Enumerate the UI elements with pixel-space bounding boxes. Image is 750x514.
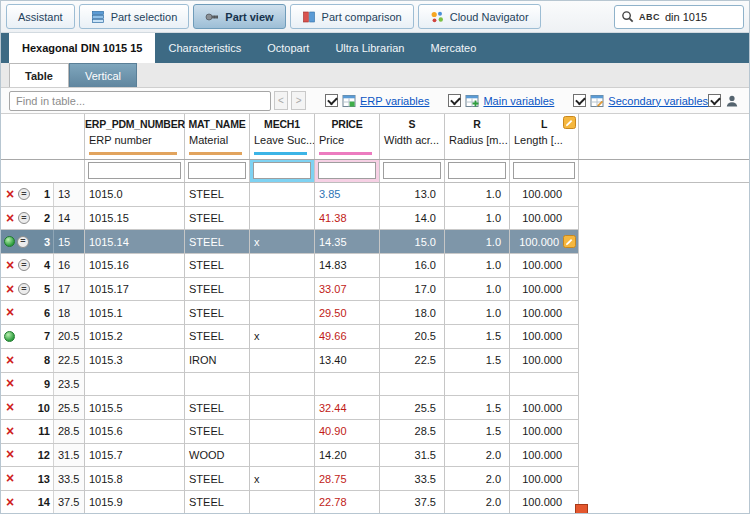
cell-mech1[interactable]: x (250, 467, 315, 491)
cell-s[interactable]: 20.5 (380, 325, 445, 349)
cell-mat[interactable]: STEEL (185, 254, 250, 278)
toggle-erp-variables[interactable]: ERP variables (325, 94, 430, 108)
cell-price[interactable]: 14.35 (315, 230, 380, 254)
search-box[interactable]: ABC din 1015 (614, 5, 744, 29)
cell-s[interactable]: 18.0 (380, 301, 445, 325)
cell-erp[interactable]: 1015.14 (85, 230, 185, 254)
cell-price[interactable]: 13.40 (315, 349, 380, 373)
cell-erp[interactable]: 1015.3 (85, 349, 185, 373)
row-header[interactable]: ×618 (1, 301, 85, 325)
cell-mat[interactable]: STEEL (185, 491, 250, 514)
column-header-mech1[interactable]: MECH1 Leave Suc... (250, 114, 315, 159)
cell-price[interactable]: 3.85 (315, 183, 380, 207)
secondary-variables-checkbox[interactable] (573, 94, 586, 107)
cell-s[interactable]: 33.5 (380, 467, 445, 491)
cell-mech1[interactable] (250, 301, 315, 325)
cell-l[interactable]: 100.000 (510, 396, 579, 420)
row-header[interactable]: ×=416 (1, 254, 85, 278)
table-row[interactable]: ×6181015.1STEEL29.5018.01.0100.000 (1, 301, 749, 325)
table-row[interactable]: ×1231.51015.7WOOD14.2031.52.0100.000 (1, 444, 749, 468)
cell-l[interactable]: 100.000 (510, 491, 579, 514)
table-row[interactable]: =3151015.14STEELx14.3515.01.0100.000 (1, 230, 749, 254)
cell-s[interactable]: 25.5 (380, 396, 445, 420)
cell-mech1[interactable] (250, 373, 315, 397)
table-row[interactable]: ×=5171015.17STEEL33.0717.01.0100.000 (1, 278, 749, 302)
toggle-main-variables[interactable]: Main variables (448, 94, 554, 108)
cell-price[interactable]: 28.75 (315, 467, 380, 491)
cell-r[interactable]: 1.0 (445, 183, 510, 207)
cell-l[interactable]: 100.000 (510, 325, 579, 349)
filter-input-r[interactable] (448, 162, 506, 179)
filter-input-mech1[interactable] (253, 162, 311, 179)
row-header[interactable]: ×=113 (1, 183, 85, 207)
tab-assistant[interactable]: Assistant (6, 4, 75, 29)
table-row[interactable]: ×=4161015.16STEEL14.8316.01.0100.000 (1, 254, 749, 278)
cell-mech1[interactable] (250, 278, 315, 302)
column-header-price[interactable]: PRICE Price (315, 114, 380, 159)
cell-erp[interactable]: 1015.16 (85, 254, 185, 278)
cell-erp[interactable]: 1015.1 (85, 301, 185, 325)
edit-pencil-icon[interactable] (563, 235, 576, 248)
cell-erp[interactable]: 1015.6 (85, 420, 185, 444)
cell-mat[interactable]: STEEL (185, 278, 250, 302)
column-header-r[interactable]: R Radius [m... (445, 114, 510, 159)
cell-r[interactable]: 1.0 (445, 254, 510, 278)
cell-erp[interactable]: 1015.15 (85, 207, 185, 231)
cell-mat[interactable]: IRON (185, 349, 250, 373)
cell-l[interactable]: 100.000 (510, 254, 579, 278)
cell-s[interactable]: 22.5 (380, 349, 445, 373)
cell-price[interactable]: 14.20 (315, 444, 380, 468)
cell-erp[interactable]: 1015.7 (85, 444, 185, 468)
tab-vertical-view[interactable]: Vertical (69, 63, 137, 87)
cell-r[interactable]: 1.0 (445, 230, 510, 254)
cell-price[interactable]: 41.38 (315, 207, 380, 231)
filter-input-erp[interactable] (88, 162, 181, 179)
cell-l[interactable]: 100.000 (510, 301, 579, 325)
tab-part-view[interactable]: Part view (193, 4, 285, 29)
cell-r[interactable]: 1.0 (445, 301, 510, 325)
cell-mat[interactable]: STEEL (185, 467, 250, 491)
row-header[interactable]: ×822.5 (1, 349, 85, 373)
row-header[interactable]: ×1333.5 (1, 467, 85, 491)
search-mode-label[interactable]: ABC (639, 12, 660, 22)
tab-table-view[interactable]: Table (9, 63, 69, 87)
cell-r[interactable]: 1.0 (445, 207, 510, 231)
cell-mech1[interactable] (250, 444, 315, 468)
cell-mech1[interactable] (250, 396, 315, 420)
secondary-variables-link[interactable]: Secondary variables (608, 95, 708, 107)
cell-price[interactable]: 32.44 (315, 396, 380, 420)
cell-s[interactable]: 15.0 (380, 230, 445, 254)
table-row[interactable]: ×1025.51015.5STEEL32.4425.51.5100.000 (1, 396, 749, 420)
table-row[interactable]: ×822.51015.3IRON13.4022.51.5100.000 (1, 349, 749, 373)
tab-part-selection[interactable]: Part selection (79, 4, 190, 29)
cell-s[interactable]: 14.0 (380, 207, 445, 231)
cell-erp[interactable]: 1015.17 (85, 278, 185, 302)
cell-erp[interactable]: 1015.5 (85, 396, 185, 420)
cell-l[interactable]: 100.000 (510, 230, 579, 254)
cell-price[interactable]: 49.66 (315, 325, 380, 349)
cell-price[interactable]: 33.07 (315, 278, 380, 302)
doc-tab-characteristics[interactable]: Characteristics (155, 33, 254, 63)
cell-erp[interactable]: 1015.9 (85, 491, 185, 514)
cell-erp[interactable]: 1015.8 (85, 467, 185, 491)
cell-s[interactable]: 13.0 (380, 183, 445, 207)
row-header[interactable]: ×=517 (1, 278, 85, 302)
cell-price[interactable] (315, 373, 380, 397)
table-row[interactable]: ×1128.51015.6STEEL40.9028.51.5100.000 (1, 420, 749, 444)
row-header[interactable]: ×1025.5 (1, 396, 85, 420)
cell-r[interactable]: 1.5 (445, 325, 510, 349)
cell-l[interactable]: 100.000 (510, 349, 579, 373)
cell-price[interactable]: 40.90 (315, 420, 380, 444)
row-header[interactable]: ×1128.5 (1, 420, 85, 444)
cell-price[interactable]: 14.83 (315, 254, 380, 278)
column-header-mat[interactable]: MAT_NAME Material (185, 114, 250, 159)
cell-s[interactable]: 28.5 (380, 420, 445, 444)
cell-s[interactable]: 17.0 (380, 278, 445, 302)
cell-r[interactable]: 1.5 (445, 396, 510, 420)
column-header-l[interactable]: L Length [... (510, 114, 579, 159)
cell-l[interactable] (510, 373, 579, 397)
cell-s[interactable]: 31.5 (380, 444, 445, 468)
doc-tab-ultra-librarian[interactable]: Ultra Librarian (322, 33, 417, 63)
find-in-table-input[interactable] (9, 91, 271, 111)
corner-header[interactable] (1, 114, 85, 159)
